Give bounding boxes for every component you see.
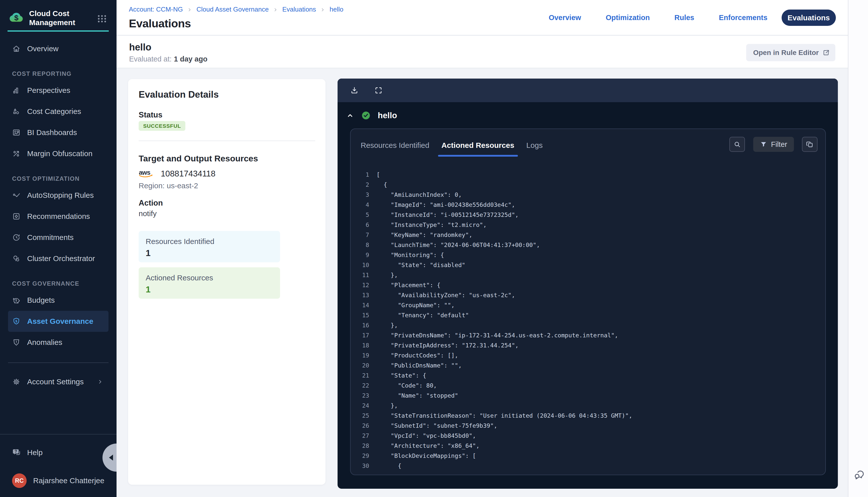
breadcrumb-link-1[interactable]: Account: CCM-NG bbox=[129, 5, 183, 13]
line-number: 18 bbox=[351, 340, 369, 351]
card-divider bbox=[139, 141, 315, 141]
chevron-up-icon[interactable] bbox=[347, 112, 353, 119]
line-number: 7 bbox=[351, 230, 369, 240]
line-content: "AvailabilityZone": "us-east-2c", bbox=[377, 290, 515, 300]
target-resources-label: Target and Output Resources bbox=[139, 154, 258, 164]
sidebar-item-account-settings[interactable]: Account Settings bbox=[0, 371, 116, 392]
sidebar-divider bbox=[8, 363, 109, 363]
right-gutter bbox=[849, 0, 868, 497]
tab-optimization[interactable]: Optimization bbox=[606, 14, 650, 22]
code-line-6: 6 "InstanceType": "t2.micro", bbox=[351, 220, 825, 230]
user-menu[interactable]: RC Rajarshee Chatterjee bbox=[0, 470, 116, 491]
evaluation-row-name: hello bbox=[378, 111, 397, 120]
tab-rules[interactable]: Rules bbox=[674, 14, 694, 22]
breadcrumb-separator-icon bbox=[320, 7, 325, 13]
line-number: 25 bbox=[351, 411, 369, 421]
sidebar-item-label: Asset Governance bbox=[27, 317, 93, 326]
page-header: Account: CCM-NGCloud Asset GovernanceEva… bbox=[116, 0, 848, 36]
check-circle-icon bbox=[362, 111, 370, 120]
line-number: 11 bbox=[351, 270, 369, 280]
cloud-cost-management-logo-icon: $ bbox=[9, 12, 24, 24]
code-line-24: 24 }, bbox=[351, 401, 825, 411]
recommend-icon bbox=[12, 212, 20, 221]
action-value: notify bbox=[139, 209, 157, 218]
line-content: "Name": "stopped" bbox=[377, 390, 458, 401]
svg-text:$: $ bbox=[14, 14, 18, 22]
line-content: "InstanceType": "t2.micro", bbox=[377, 220, 487, 230]
filter-button[interactable]: Filter bbox=[753, 137, 794, 152]
breadcrumb-link-4[interactable]: hello bbox=[330, 5, 343, 13]
sidebar-item-label: AutoStopping Rules bbox=[27, 191, 94, 200]
line-number: 30 bbox=[351, 461, 369, 471]
sidebar-item-cluster-orchestrator[interactable]: Cluster Orchestrator bbox=[0, 248, 116, 269]
sidebar-item-label: Overview bbox=[27, 44, 58, 53]
code-line-23: 23 "Name": "stopped" bbox=[351, 390, 825, 401]
search-button[interactable] bbox=[729, 137, 745, 152]
gear-icon bbox=[12, 378, 20, 386]
module-tabs: OverviewOptimizationRulesEnforcementsEva… bbox=[524, 0, 836, 36]
line-content: "InstanceId": "i-00512145e7372325d", bbox=[377, 210, 519, 220]
sidebar-item-margin-obfuscation[interactable]: Margin Obfuscation bbox=[0, 143, 116, 164]
line-content: "VpcId": "vpc-bb845bd0", bbox=[377, 431, 476, 441]
json-code-viewer[interactable]: 1[2 {3 "AmiLaunchIndex": 0,4 "ImageId": … bbox=[351, 170, 825, 471]
viewer-tab-logs[interactable]: Logs bbox=[524, 138, 545, 157]
code-line-9: 9 "Monitoring": { bbox=[351, 250, 825, 260]
sidebar-item-overview[interactable]: Overview bbox=[0, 38, 116, 59]
module-grid-icon[interactable] bbox=[96, 13, 109, 24]
evaluated-at-label: Evaluated at: bbox=[129, 55, 171, 63]
sidebar-item-perspectives[interactable]: Perspectives bbox=[0, 80, 116, 101]
resources-identified-value: 1 bbox=[146, 248, 273, 258]
shield-alert-icon bbox=[12, 338, 20, 347]
code-line-12: 12 "Placement": { bbox=[351, 280, 825, 290]
commitments-icon bbox=[12, 233, 20, 242]
line-number: 6 bbox=[351, 220, 369, 230]
breadcrumb-link-3[interactable]: Evaluations bbox=[282, 5, 316, 13]
line-number: 16 bbox=[351, 320, 369, 330]
viewer-tab-actioned-resources[interactable]: Actioned Resources bbox=[439, 138, 516, 157]
autostop-icon bbox=[12, 191, 20, 200]
fullscreen-icon[interactable] bbox=[374, 86, 383, 95]
download-icon[interactable] bbox=[350, 86, 359, 95]
shapes-icon bbox=[12, 107, 20, 116]
actioned-resources-label: Actioned Resources bbox=[146, 274, 273, 282]
chat-widget-icon[interactable] bbox=[853, 469, 865, 480]
copy-button[interactable] bbox=[802, 137, 817, 152]
piggy-icon: $ bbox=[12, 296, 20, 304]
code-line-21: 21 "State": { bbox=[351, 370, 825, 381]
line-content: "State": "disabled" bbox=[377, 260, 465, 270]
evaluated-at-value: 1 day ago bbox=[174, 55, 208, 63]
sidebar-item-recommendations[interactable]: Recommendations bbox=[0, 206, 116, 227]
status-badge: SUCCESSFUL bbox=[139, 121, 185, 131]
line-content: "ProductCodes": [], bbox=[377, 351, 458, 360]
percent-icon bbox=[12, 150, 20, 158]
code-line-22: 22 "Code": 80, bbox=[351, 381, 825, 390]
sidebar-item-bi-dashboards[interactable]: BI Dashboards bbox=[0, 122, 116, 143]
tab-evaluations[interactable]: Evaluations bbox=[782, 10, 836, 26]
line-number: 3 bbox=[351, 190, 369, 200]
open-in-rule-editor-button[interactable]: Open in Rule Editor bbox=[746, 44, 835, 61]
line-content: "GroupName": "", bbox=[377, 300, 454, 310]
sidebar-item-autostopping-rules[interactable]: AutoStopping Rules bbox=[0, 185, 116, 206]
tab-overview[interactable]: Overview bbox=[549, 14, 581, 22]
sidebar-item-commitments[interactable]: Commitments bbox=[0, 227, 116, 248]
sidebar-item-budgets[interactable]: $Budgets bbox=[0, 290, 116, 311]
sidebar-item-cost-categories[interactable]: Cost Categories bbox=[0, 101, 116, 122]
breadcrumb-separator-icon bbox=[273, 7, 278, 13]
sidebar-item-anomalies[interactable]: Anomalies bbox=[0, 332, 116, 353]
viewer-tab-resources-identified[interactable]: Resources Identified bbox=[359, 138, 432, 157]
sidebar-item-help[interactable]: ?Help bbox=[0, 442, 116, 463]
line-number: 27 bbox=[351, 431, 369, 441]
sidebar-item-label: Margin Obfuscation bbox=[27, 150, 93, 158]
breadcrumb-link-2[interactable]: Cloud Asset Governance bbox=[196, 5, 269, 13]
panel-toolbar bbox=[338, 79, 838, 102]
nav-section-cost-optimization: COST OPTIMIZATION bbox=[0, 173, 116, 185]
sidebar-item-asset-governance[interactable]: $Asset Governance bbox=[8, 311, 109, 332]
search-icon bbox=[733, 140, 741, 148]
tab-enforcements[interactable]: Enforcements bbox=[719, 14, 767, 22]
evaluation-details-title: Evaluation Details bbox=[139, 89, 219, 100]
line-number: 28 bbox=[351, 441, 369, 451]
line-number: 29 bbox=[351, 451, 369, 461]
line-content: "ImageId": "ami-002438e556dd03e4c", bbox=[377, 200, 515, 210]
code-line-18: 18 "PrivateIpAddress": "172.31.44.254", bbox=[351, 340, 825, 351]
viewer-tabs: Resources IdentifiedActioned ResourcesLo… bbox=[359, 138, 553, 157]
